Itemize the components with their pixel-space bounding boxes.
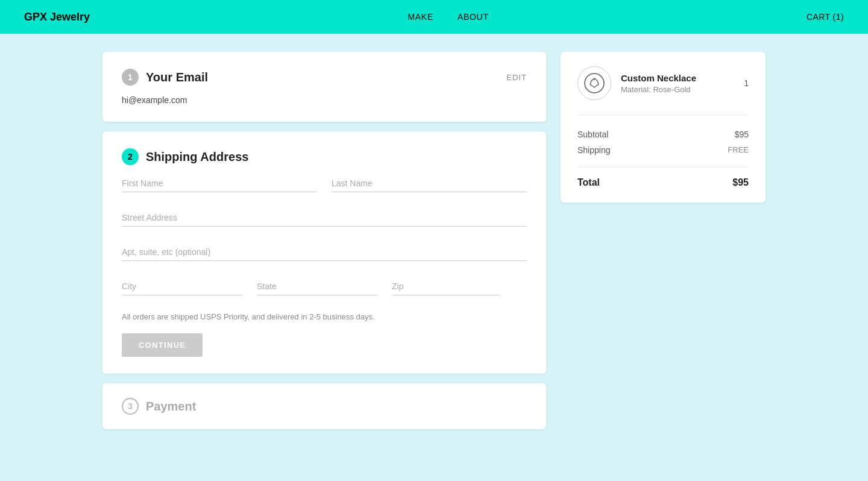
email-title-group: 1 Your Email (122, 69, 208, 86)
logo: GPX Jewelry (24, 11, 90, 24)
email-value: hi@example.com (122, 95, 527, 105)
email-card: 1 Your Email EDIT hi@example.com (102, 52, 546, 122)
apt-field (122, 244, 527, 261)
shipping-value: FREE (728, 145, 749, 155)
right-column: Custom Necklace Material: Rose-Gold 1 Su… (561, 52, 766, 203)
shipping-title: Shipping Address (146, 150, 248, 164)
cart-link[interactable]: CART (1) (807, 12, 844, 22)
email-title: Your Email (146, 71, 208, 84)
state-input[interactable] (257, 278, 377, 295)
shipping-card: 2 Shipping Address (102, 131, 546, 374)
order-lines: Subtotal $95 Shipping FREE (577, 130, 749, 155)
payment-title: Payment (146, 400, 196, 413)
step-2-badge: 2 (122, 148, 139, 165)
step-1-badge: 1 (122, 69, 139, 86)
shipping-card-header: 2 Shipping Address (122, 148, 527, 165)
payment-card: 3 Payment (102, 383, 546, 429)
main-nav: MAKE ABOUT (407, 12, 488, 22)
last-name-input[interactable] (332, 175, 527, 192)
product-qty: 1 (744, 78, 749, 88)
main-content: 1 Your Email EDIT hi@example.com 2 Shipp… (0, 34, 868, 447)
street-field (122, 209, 527, 227)
state-field (257, 278, 377, 295)
product-thumbnail (577, 66, 611, 100)
subtotal-line: Subtotal $95 (577, 130, 749, 139)
order-summary-card: Custom Necklace Material: Rose-Gold 1 Su… (561, 52, 766, 203)
shipping-title-group: 2 Shipping Address (122, 148, 248, 165)
street-input[interactable] (122, 209, 527, 227)
continue-button[interactable]: CONTINUE (122, 333, 203, 357)
street-row (122, 209, 527, 227)
product-info: Custom Necklace Material: Rose-Gold (621, 73, 734, 94)
product-name: Custom Necklace (621, 73, 734, 83)
nav-make[interactable]: MAKE (407, 12, 433, 22)
nav-about[interactable]: ABOUT (458, 12, 489, 22)
edit-email-button[interactable]: EDIT (506, 73, 527, 82)
city-state-zip-row (122, 278, 527, 295)
city-field (122, 278, 242, 295)
first-name-input[interactable] (122, 175, 317, 192)
shipping-note: All orders are shipped USPS Priority, an… (122, 312, 527, 321)
zip-field (392, 278, 500, 295)
last-name-field (332, 175, 527, 192)
payment-title-group: 3 Payment (122, 398, 527, 415)
step-3-badge: 3 (122, 398, 139, 415)
left-column: 1 Your Email EDIT hi@example.com 2 Shipp… (102, 52, 546, 429)
first-name-field (122, 175, 317, 192)
necklace-icon (583, 72, 605, 94)
city-input[interactable] (122, 278, 242, 295)
subtotal-label: Subtotal (577, 130, 608, 139)
svg-point-0 (585, 74, 604, 93)
shipping-label: Shipping (577, 145, 611, 155)
total-value: $95 (732, 177, 749, 188)
order-item: Custom Necklace Material: Rose-Gold 1 (577, 66, 749, 115)
total-line: Total $95 (577, 167, 749, 188)
subtotal-value: $95 (735, 130, 749, 139)
apt-row (122, 244, 527, 261)
zip-input[interactable] (392, 278, 500, 295)
product-meta: Material: Rose-Gold (621, 85, 734, 94)
header: GPX Jewelry MAKE ABOUT CART (1) (0, 0, 868, 34)
email-card-header: 1 Your Email EDIT (122, 69, 527, 86)
apt-input[interactable] (122, 244, 527, 261)
total-label: Total (577, 177, 600, 188)
shipping-line: Shipping FREE (577, 145, 749, 155)
name-row (122, 175, 527, 192)
